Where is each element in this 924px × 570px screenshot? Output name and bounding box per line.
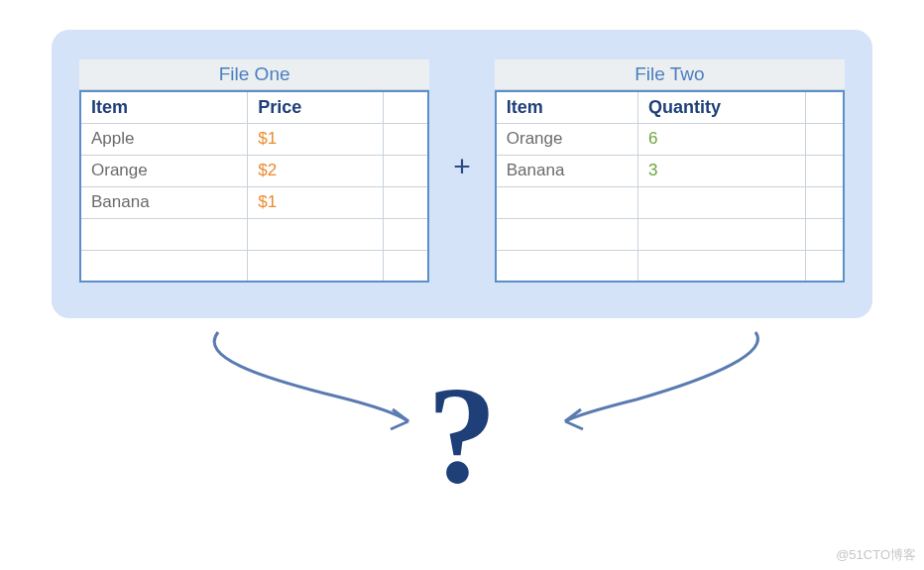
- file-one-th-item: Item: [80, 91, 248, 123]
- table-row: Orange 6: [496, 123, 844, 155]
- table-row: [496, 186, 844, 218]
- table-row: [496, 218, 844, 250]
- file-two-title: File Two: [495, 59, 845, 90]
- cell-blank: [638, 186, 806, 218]
- cell-quantity: 6: [638, 123, 806, 155]
- cell-blank: [496, 186, 638, 218]
- cell-blank: [80, 250, 248, 282]
- cell-blank: [805, 250, 844, 282]
- plus-operator: +: [447, 150, 477, 183]
- file-two-table: File Two Item Quantity Orange 6 Banana 3: [495, 59, 845, 283]
- file-two-th-quantity: Quantity: [638, 91, 806, 123]
- table-row: Banana $1: [80, 186, 428, 218]
- cell-blank: [384, 186, 428, 218]
- cell-blank: [496, 218, 638, 250]
- table-row: Banana 3: [496, 155, 844, 186]
- file-two-th-item: Item: [496, 91, 638, 123]
- table-row: [80, 250, 428, 282]
- cell-item: Orange: [80, 155, 248, 186]
- cell-blank: [384, 155, 428, 186]
- table-row: [496, 250, 844, 282]
- cell-item: Apple: [80, 123, 248, 155]
- cell-blank: [805, 155, 844, 186]
- cell-quantity: 3: [638, 155, 806, 186]
- cell-blank: [638, 218, 806, 250]
- watermark-text: @51CTO博客: [836, 546, 916, 564]
- cell-blank: [248, 250, 384, 282]
- file-one-th-blank: [384, 91, 428, 123]
- cell-blank: [384, 250, 428, 282]
- question-mark-icon: ?: [427, 366, 497, 505]
- arrow-left-icon: [188, 322, 426, 441]
- tables-container: File One Item Price Apple $1 Orange $2 B…: [52, 30, 872, 318]
- arrow-right-icon: [547, 322, 785, 441]
- table-row: Orange $2: [80, 155, 428, 186]
- table-row: Apple $1: [80, 123, 428, 155]
- cell-blank: [384, 123, 428, 155]
- file-two-th-blank: [805, 91, 844, 123]
- cell-item: Banana: [496, 155, 638, 186]
- file-one-th-price: Price: [248, 91, 384, 123]
- cell-blank: [638, 250, 806, 282]
- table-row: [80, 218, 428, 250]
- file-one-title: File One: [79, 59, 429, 90]
- cell-blank: [496, 250, 638, 282]
- result-area: ?: [0, 328, 924, 546]
- cell-blank: [248, 218, 384, 250]
- cell-blank: [80, 218, 248, 250]
- cell-price: $1: [248, 123, 384, 155]
- file-one-header-row: Item Price: [80, 91, 428, 123]
- cell-blank: [805, 218, 844, 250]
- cell-blank: [805, 186, 844, 218]
- cell-item: Banana: [80, 186, 248, 218]
- cell-item: Orange: [496, 123, 638, 155]
- file-two-header-row: Item Quantity: [496, 91, 844, 123]
- cell-blank: [805, 123, 844, 155]
- cell-price: $2: [248, 155, 384, 186]
- cell-blank: [384, 218, 428, 250]
- file-one-table: File One Item Price Apple $1 Orange $2 B…: [79, 59, 429, 283]
- cell-price: $1: [248, 186, 384, 218]
